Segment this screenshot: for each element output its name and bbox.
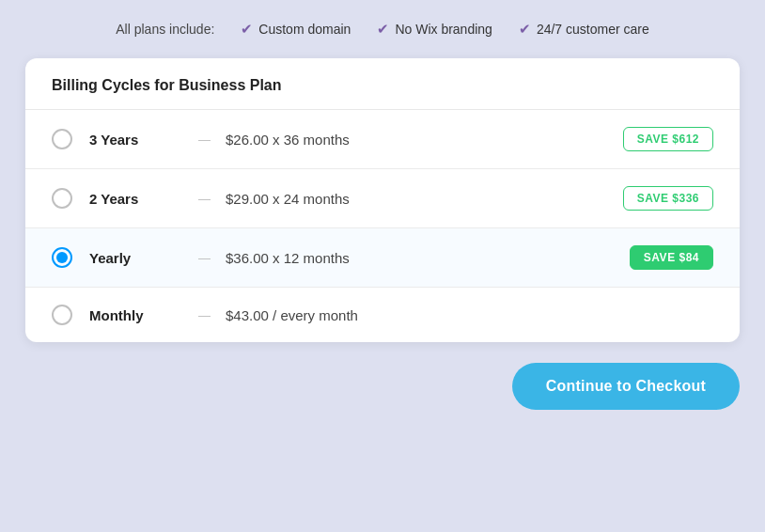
separator-3years: — [198, 133, 211, 147]
billing-name-3years: 3 Years [89, 132, 183, 148]
billing-row-yearly[interactable]: Yearly — $36.00 x 12 months SAVE $84 [25, 228, 740, 288]
radio-monthly[interactable] [52, 305, 72, 325]
no-branding-label: No Wix branding [395, 22, 492, 37]
check-icon-care: ✔ [519, 21, 531, 38]
customer-care-item: ✔ 24/7 customer care [519, 21, 649, 38]
save-badge-2years: SAVE $336 [623, 186, 713, 211]
custom-domain-label: Custom domain [258, 22, 351, 37]
no-branding-item: ✔ No Wix branding [377, 21, 492, 38]
radio-3years[interactable] [52, 129, 72, 149]
top-bar: All plans include: ✔ Custom domain ✔ No … [28, 21, 737, 38]
billing-name-monthly: Monthly [89, 307, 183, 323]
check-icon-domain: ✔ [241, 21, 253, 38]
billing-row-monthly[interactable]: Monthly — $43.00 / every month [25, 288, 740, 342]
billing-row-3years[interactable]: 3 Years — $26.00 x 36 months SAVE $612 [25, 110, 740, 169]
checkout-button[interactable]: Continue to Checkout [512, 363, 740, 410]
save-badge-3years: SAVE $612 [623, 127, 713, 151]
radio-yearly[interactable] [52, 247, 72, 268]
billing-price-2years: $29.00 x 24 months [226, 191, 623, 207]
billing-row-2years[interactable]: 2 Years — $29.00 x 24 months SAVE $336 [25, 169, 740, 228]
check-icon-branding: ✔ [377, 21, 389, 38]
separator-2years: — [198, 192, 211, 206]
billing-name-2years: 2 Years [89, 191, 183, 207]
radio-2years[interactable] [52, 188, 72, 209]
billing-name-yearly: Yearly [89, 250, 183, 266]
bottom-area: Continue to Checkout [25, 363, 740, 410]
custom-domain-item: ✔ Custom domain [241, 21, 351, 38]
billing-price-monthly: $43.00 / every month [226, 307, 713, 323]
save-badge-yearly: SAVE $84 [630, 245, 713, 270]
separator-monthly: — [198, 308, 211, 322]
separator-yearly: — [198, 251, 211, 265]
card-header: Billing Cycles for Business Plan [25, 58, 740, 110]
radio-inner-yearly [56, 252, 68, 263]
billing-price-yearly: $36.00 x 12 months [226, 250, 630, 266]
billing-card: Billing Cycles for Business Plan 3 Years… [25, 58, 740, 342]
customer-care-label: 24/7 customer care [537, 22, 649, 37]
plans-include-label: All plans include: [116, 22, 214, 37]
billing-price-3years: $26.00 x 36 months [226, 132, 623, 148]
